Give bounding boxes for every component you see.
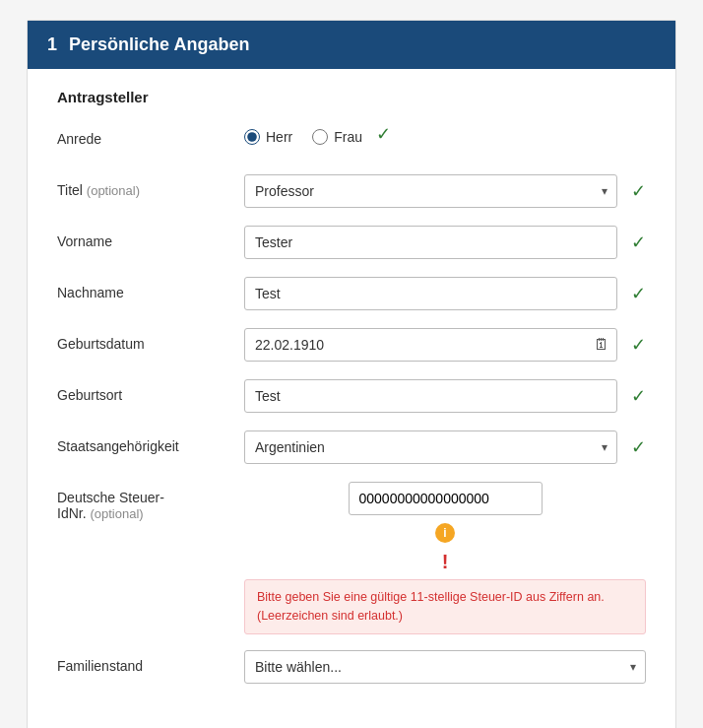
anrede-label: Anrede [57, 123, 244, 147]
steuer-error-icon: ! [442, 551, 449, 573]
familienstand-row: Familienstand Bitte wählen... Ledig Verh… [57, 650, 646, 686]
anrede-radio-group: Herr Frau [244, 123, 362, 145]
geburtsdatum-row: Geburtsdatum 🗓 ✓ [57, 328, 646, 364]
nachname-row: Nachname ✓ [57, 277, 646, 312]
titel-field: Professor Dr. Prof. Dr. Dipl.-Ing. ▾ ✓ [244, 174, 646, 208]
geburtsort-row: Geburtsort ✓ [57, 379, 646, 415]
nachname-label: Nachname [57, 277, 244, 300]
vorname-row: Vorname ✓ [57, 226, 646, 261]
steuer-row: Deutsche Steuer- IdNr. (optional) i ! Bi… [57, 482, 646, 634]
vorname-field: ✓ [244, 226, 646, 259]
anrede-herr-text: Herr [266, 129, 292, 145]
steuer-error-box: Bitte geben Sie eine gültige 11-stellige… [244, 579, 646, 634]
staatsangehoerigkeit-select-wrapper: Argentinien Deutschland Österreich Schwe… [244, 430, 617, 464]
geburtsdatum-input[interactable] [244, 328, 617, 362]
geburtsort-input[interactable] [244, 379, 617, 413]
staatsangehoerigkeit-check-icon: ✓ [631, 436, 646, 458]
vorname-input[interactable] [244, 226, 617, 259]
titel-label: Titel (optional) [57, 174, 244, 198]
geburtsdatum-label: Geburtsdatum [57, 328, 244, 352]
vorname-check-icon: ✓ [631, 232, 646, 253]
familienstand-select[interactable]: Bitte wählen... Ledig Verheiratet Geschi… [244, 650, 646, 684]
titel-check-icon: ✓ [631, 180, 646, 202]
anrede-field: Herr Frau ✓ [244, 123, 646, 145]
steuer-input-row: i ! [244, 482, 646, 573]
geburtsdatum-wrapper: 🗓 [244, 328, 617, 362]
anrede-herr-label[interactable]: Herr [244, 129, 292, 145]
titel-select[interactable]: Professor Dr. Prof. Dr. Dipl.-Ing. [244, 174, 617, 208]
nachname-field: ✓ [244, 277, 646, 310]
geburtsort-field: ✓ [244, 379, 646, 413]
titel-row: Titel (optional) Professor Dr. Prof. Dr.… [57, 174, 646, 210]
steuer-info-icon[interactable]: i [435, 523, 455, 543]
familienstand-field: Bitte wählen... Ledig Verheiratet Geschi… [244, 650, 646, 684]
anrede-herr-radio[interactable] [244, 129, 260, 145]
staatsangehoerigkeit-label: Staatsangehörigkeit [57, 430, 244, 454]
familienstand-select-wrapper: Bitte wählen... Ledig Verheiratet Geschi… [244, 650, 646, 684]
steuer-input-wrapper [349, 482, 543, 515]
section-number: 1 [47, 34, 57, 55]
steuer-field-group: i ! Bitte geben Sie eine gültige 11-stel… [244, 482, 646, 634]
section-body: Antragsteller Anrede Herr Frau ✓ [28, 69, 675, 721]
steuer-inner: Deutsche Steuer- IdNr. (optional) i ! Bi… [57, 482, 646, 634]
geburtsort-check-icon: ✓ [631, 385, 646, 407]
titel-select-wrapper: Professor Dr. Prof. Dr. Dipl.-Ing. ▾ [244, 174, 617, 208]
geburtsdatum-check-icon: ✓ [631, 334, 646, 356]
section-title: Persönliche Angaben [69, 34, 249, 55]
anrede-frau-radio[interactable] [312, 129, 328, 145]
antragsteller-title: Antragsteller [57, 89, 646, 105]
vorname-label: Vorname [57, 226, 244, 249]
steuer-input[interactable] [349, 482, 543, 515]
anrede-frau-label[interactable]: Frau [312, 129, 362, 145]
geburtsort-label: Geburtsort [57, 379, 244, 403]
anrede-check-icon: ✓ [376, 123, 391, 145]
form-container: 1 Persönliche Angaben Antragsteller Anre… [27, 20, 676, 728]
steuer-label: Deutsche Steuer- IdNr. (optional) [57, 482, 244, 521]
section-header: 1 Persönliche Angaben [28, 21, 675, 69]
nachname-check-icon: ✓ [631, 283, 646, 304]
nachname-input[interactable] [244, 277, 617, 310]
staatsangehoerigkeit-field: Argentinien Deutschland Österreich Schwe… [244, 430, 646, 464]
familienstand-label: Familienstand [57, 650, 244, 674]
staatsangehoerigkeit-select[interactable]: Argentinien Deutschland Österreich Schwe… [244, 430, 617, 464]
anrede-frau-text: Frau [334, 129, 362, 145]
staatsangehoerigkeit-row: Staatsangehörigkeit Argentinien Deutschl… [57, 430, 646, 466]
geburtsdatum-field: 🗓 ✓ [244, 328, 646, 362]
anrede-row: Anrede Herr Frau ✓ [57, 123, 646, 159]
